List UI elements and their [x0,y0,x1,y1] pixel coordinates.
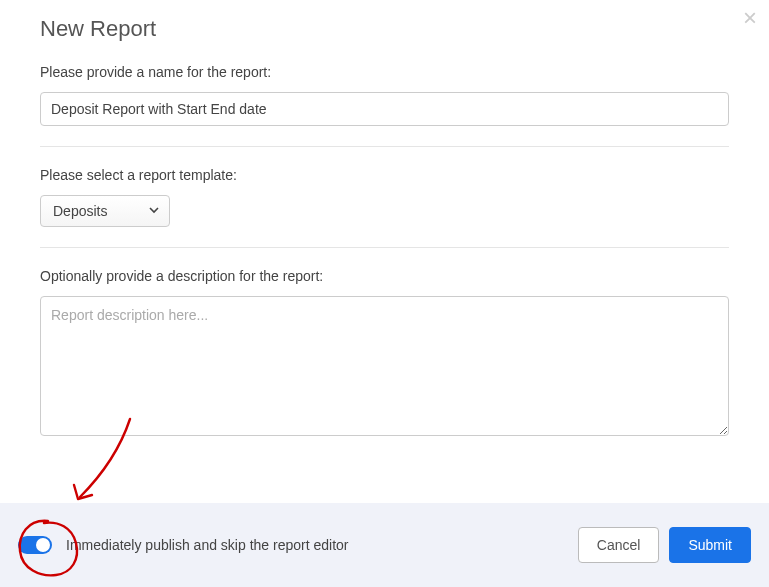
publish-toggle-label: Immediately publish and skip the report … [66,537,348,553]
divider [40,146,729,147]
report-name-input[interactable] [40,92,729,126]
description-textarea[interactable] [40,296,729,436]
name-label: Please provide a name for the report: [40,64,729,80]
template-select[interactable]: Deposits [40,195,170,227]
cancel-button[interactable]: Cancel [578,527,660,563]
close-button[interactable]: × [743,6,757,30]
submit-button[interactable]: Submit [669,527,751,563]
footer-right: Cancel Submit [578,527,751,563]
name-field-group: Please provide a name for the report: [40,64,729,146]
description-field-group: Optionally provide a description for the… [40,268,729,459]
description-label: Optionally provide a description for the… [40,268,729,284]
footer-left: Immediately publish and skip the report … [18,536,348,554]
template-label: Please select a report template: [40,167,729,183]
divider [40,247,729,248]
template-select-wrap: Deposits [40,195,170,227]
modal-footer: Immediately publish and skip the report … [0,503,769,587]
modal-header: New Report × [40,16,729,42]
modal-title: New Report [40,16,156,42]
toggle-knob [36,538,50,552]
new-report-modal: New Report × Please provide a name for t… [0,0,769,459]
template-field-group: Please select a report template: Deposit… [40,167,729,247]
publish-toggle[interactable] [18,536,52,554]
